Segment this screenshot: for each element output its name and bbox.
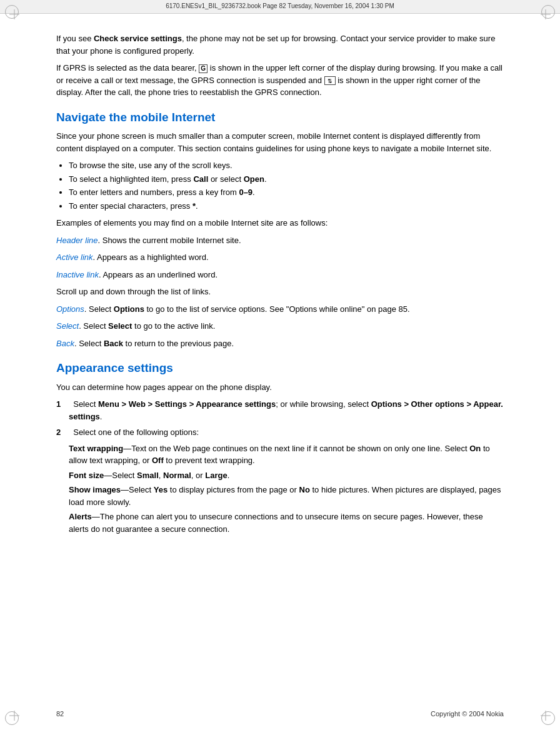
copyright: Copyright © 2004 Nokia xyxy=(431,709,504,719)
page-number: 82 xyxy=(56,709,64,719)
element-options: Options. Select Options to go to the lis… xyxy=(56,303,504,316)
label-font-size: Font size xyxy=(69,471,104,480)
step-1-num: 1 xyxy=(56,398,69,411)
term-select: Select xyxy=(56,321,79,331)
element-active-link: Active link. Appears as a highlighted wo… xyxy=(56,251,504,264)
sub-item-text-wrapping: Text wrapping—Text on the Web page conti… xyxy=(69,442,504,467)
term-normal: Normal xyxy=(163,471,191,480)
term-small: Small xyxy=(137,471,159,480)
element-scroll: Scroll up and down through the list of l… xyxy=(56,286,504,298)
elements-list: Header line. Shows the current mobile In… xyxy=(56,234,504,350)
label-show-images: Show images xyxy=(69,485,121,494)
bullet-2: To select a highlighted item, press Call… xyxy=(69,173,504,186)
section-heading-navigate: Navigate the mobile Internet xyxy=(56,110,504,126)
footer: 82 Copyright © 2004 Nokia xyxy=(0,705,560,724)
navigate-bullet-list: To browse the site, use any of the scrol… xyxy=(69,159,504,212)
step-2-num: 2 xyxy=(56,426,69,439)
corner-mark-tl xyxy=(5,5,24,24)
term-off: Off xyxy=(152,456,164,465)
bullet-3: To enter letters and numbers, press a ke… xyxy=(69,186,504,199)
term-yes: Yes xyxy=(154,485,168,494)
term-on: On xyxy=(469,444,481,453)
term-open: Open xyxy=(244,174,264,184)
step-1-text: Select Menu > Web > Settings > Appearanc… xyxy=(69,398,504,422)
term-header-line: Header line xyxy=(56,236,98,245)
bullet-1: To browse the site, use any of the scrol… xyxy=(69,159,504,172)
label-alerts: Alerts xyxy=(69,512,92,521)
term-no: No xyxy=(299,485,310,494)
element-select: Select. Select Select to go to the activ… xyxy=(56,320,504,332)
section2-para: You can determine how pages appear on th… xyxy=(56,381,504,394)
term-options-bold: Options xyxy=(114,304,144,314)
sub-item-alerts: Alerts—The phone can alert you to unsecu… xyxy=(69,511,504,535)
term-inactive-link: Inactive link xyxy=(56,270,99,279)
sub-item-font-size: Font size—Select Small, Normal, or Large… xyxy=(69,469,504,482)
header-bar: 6170.ENESv1_BIL_9236732.book Page 82 Tue… xyxy=(0,0,560,14)
term-select-bold: Select xyxy=(108,321,132,331)
examples-intro: Examples of elements you may find on a m… xyxy=(56,217,504,229)
term-09: 0–9 xyxy=(239,188,252,197)
element-back: Back. Select Back to return to the previ… xyxy=(56,338,504,350)
sub-item-show-images: Show images—Select Yes to display pictur… xyxy=(69,484,504,508)
page-container: 6170.ENESv1_BIL_9236732.book Page 82 Tue… xyxy=(0,0,560,730)
step-2-text: Select one of the following options: xyxy=(69,426,199,439)
element-header-line: Header line. Shows the current mobile In… xyxy=(56,234,504,247)
steps-list: 1 Select Menu > Web > Settings > Appeara… xyxy=(56,398,504,535)
main-content: If you see Check service settings, the p… xyxy=(50,14,510,705)
term-check-service: Check service settings xyxy=(94,34,182,43)
term-active-link: Active link xyxy=(56,252,93,262)
label-text-wrapping: Text wrapping xyxy=(69,444,123,453)
term-options: Options xyxy=(56,304,84,314)
section1-para: Since your phone screen is much smaller … xyxy=(56,130,504,154)
step-2: 2 Select one of the following options: xyxy=(56,426,504,439)
intro-para2: If GPRS is selected as the data bearer, … xyxy=(56,62,504,99)
section-heading-appearance: Appearance settings xyxy=(56,361,504,376)
header-text: 6170.ENESv1_BIL_9236732.book Page 82 Tue… xyxy=(166,2,394,11)
gprs-icon-suspended: ⇅ xyxy=(324,76,336,85)
term-call: Call xyxy=(193,174,208,184)
term-star: * xyxy=(192,201,196,211)
term-back-bold: Back xyxy=(104,339,123,348)
step1-menu: Menu > Web > Settings > Appearance setti… xyxy=(98,399,276,409)
bullet-4: To enter special characters, press *. xyxy=(69,200,504,212)
corner-mark-tr xyxy=(536,5,555,24)
step-1: 1 Select Menu > Web > Settings > Appeara… xyxy=(56,398,504,422)
term-large: Large xyxy=(205,471,227,480)
term-back: Back xyxy=(56,339,74,348)
gprs-icon-g: G xyxy=(199,64,208,73)
element-inactive-link: Inactive link. Appears as an underlined … xyxy=(56,269,504,281)
intro-para1: If you see Check service settings, the p… xyxy=(56,32,504,57)
